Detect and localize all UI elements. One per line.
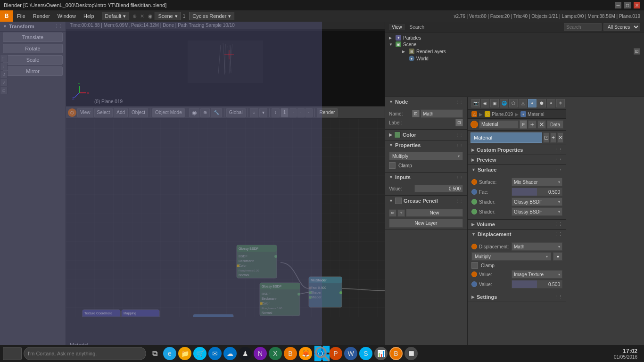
layout-remove[interactable]: ✕ [140,13,144,19]
gp-edit-btn[interactable]: ✏ [389,209,396,217]
surface-opts: ⋮⋮ [554,167,562,172]
operation-arrow: ▾ [458,154,460,158]
mat-type-dropdown[interactable]: Material [479,120,519,129]
multiply-arrow: ▾ [546,255,548,259]
name-field[interactable]: Math [421,109,463,118]
mat-icon-texture[interactable]: ⬢ [537,99,546,107]
maximize-button[interactable]: □ [624,2,631,8]
scene-area: ◉ Scene ▾ 1 [148,12,185,20]
custom-props-section: ▶ Custom Properties ⋮⋮ [468,145,566,155]
engine-area: Cycles Render ▾ [189,12,234,20]
settings-header[interactable]: ▶ Settings ⋮⋮ [468,292,566,302]
disp-clamp-row: Clamp [471,262,562,269]
clamp-checkbox[interactable] [389,162,396,169]
color-header[interactable]: ▶ Color ⋮⋮ [385,130,467,140]
gp-new-layer-btn[interactable]: New Layer [389,219,463,228]
outline-world[interactable]: ● World [402,55,640,62]
gp-add-btn[interactable]: + [397,209,405,217]
layout-dropdown[interactable]: Default ▾ [102,12,130,20]
mat-name-row: ⊡ + ✕ [468,131,566,145]
operation-dropdown[interactable]: Multiply ▾ [389,152,463,160]
properties-section: ▼ Properties ⋮⋮ Multiply ▾ Clamp [385,140,467,173]
mat-icon-render[interactable]: ◉ [481,99,489,107]
surface-body: Surface: Mix Shader ▾ Fac: 0.500 [468,174,566,219]
fac-field[interactable]: 0.500 [512,188,562,196]
gp-header[interactable]: ▼ Grease Pencil ⋮⋮ [385,196,467,206]
inputs-opts: ⋮⋮ [455,175,463,180]
mat-add-btn[interactable]: + [528,120,537,129]
custom-props-arrow: ▶ [471,148,475,152]
custom-props-title: Custom Properties [477,147,554,153]
svg-line-104 [324,356,329,361]
name-field-icon: ⊡ [412,110,420,117]
outline-particles[interactable]: ▶ ✦ Particles [389,34,640,41]
mat-icon-constraints[interactable]: 🔗 [566,99,566,107]
cortana-search[interactable]: I'm Cortana. Ask me anything. [24,347,146,360]
tab-search[interactable]: Search [407,24,428,30]
mesh-icon: △ [471,111,477,117]
disp-clamp-check[interactable] [471,262,478,269]
mat-icon-physics[interactable]: ⚛ [556,99,565,107]
multiply-extra[interactable]: ▾ [553,252,562,261]
preview-header[interactable]: ▶ Preview ⋮⋮ [468,155,566,165]
mat-name-add[interactable]: + [550,132,556,143]
tab-view[interactable]: View [389,24,405,30]
volume-header[interactable]: ▶ Volume ⋮⋮ [468,220,566,229]
value1-field[interactable]: Image Texture ▾ [512,270,562,279]
surface-value[interactable]: Mix Shader ▾ [512,178,562,186]
gp-checkbox[interactable] [395,197,402,204]
outline-renderlayers[interactable]: ▶ ⊞ RenderLayers ⊡ [402,48,640,55]
shader1-arrow: ▾ [558,200,560,204]
surface-header[interactable]: ▼ Surface ⋮⋮ [468,165,566,174]
name-label: Name: [389,111,403,116]
scene-selector[interactable]: All Scenes [603,23,640,31]
mat-icon-object[interactable]: ⬡ [509,99,518,107]
material-panel: 📷 ◉ ▣ 🌐 ⬡ △ ● ⬢ ✦ ⚛ 🔗 🔑 ⚙ [467,97,566,362]
renderlayers-label: RenderLayers [416,49,446,54]
value2-bar [512,280,537,288]
fac-label: Fac: [479,189,510,195]
node-section-header[interactable]: ▼ Node ⋮⋮ [385,97,467,107]
engine-dropdown[interactable]: Cycles Render ▾ [189,12,234,20]
color-arrow: ▶ [389,132,392,137]
value2-field[interactable]: 0.500 [512,280,562,288]
gp-new-btn[interactable]: New [406,209,463,217]
breadcrumb-mat: ● Material [520,111,545,117]
shader1-value[interactable]: Glossy BSDF ▾ [512,197,562,206]
mat-icon-scene[interactable]: ▣ [490,99,499,107]
props-header[interactable]: ▼ Properties ⋮⋮ [385,140,467,150]
mat-del-btn[interactable]: ✕ [537,120,546,129]
shader2-value[interactable]: Glossy BSDF ▾ [512,207,562,216]
mat-icon-camera[interactable]: 📷 [471,99,480,107]
inputs-header[interactable]: ▼ Inputs ⋮⋮ [385,173,467,182]
menu-file[interactable]: File [13,10,29,22]
inputs-title: Inputs [395,174,411,180]
minimize-button[interactable]: ─ [615,2,621,8]
disp-value[interactable]: Math ▾ [512,242,562,251]
mat-name-input[interactable] [471,132,542,143]
menu-render[interactable]: Render [29,10,54,22]
world-icon: ● [409,56,414,61]
mat-data-btn[interactable]: Data [547,120,563,129]
mat-icon-world[interactable]: 🌐 [500,99,508,107]
menu-help[interactable]: Help [80,10,98,22]
mat-icon-mesh[interactable]: △ [519,99,527,107]
custom-props-header[interactable]: ▶ Custom Properties ⋮⋮ [468,145,566,155]
outline-scene[interactable]: ▼ ▣ Scene [389,41,640,48]
displacement-header[interactable]: ▼ Displacement ⋮⋮ [468,230,566,239]
value-field[interactable]: 0.500 [414,185,463,192]
mat-name-del[interactable]: ✕ [557,132,563,143]
scene-dropdown[interactable]: Scene ▾ [155,12,181,20]
mat-icon-material[interactable]: ● [528,99,537,107]
multiply-dropdown[interactable]: Multiply ▾ [471,252,551,261]
menu-window[interactable]: Window [54,10,80,22]
breadcrumb-obj-name: Plane.019 [492,112,513,117]
layout-add[interactable]: ⊕ [131,13,138,19]
close-button[interactable]: ✕ [634,2,640,8]
scene-icon-tree: ▣ [396,41,401,47]
mat-name-icon[interactable]: ⊡ [543,132,549,143]
mat-icon-particle[interactable]: ✦ [547,99,555,107]
props-title: Properties [395,142,421,148]
outline-search-input[interactable] [564,23,602,31]
value1-label: Value: [479,272,510,277]
